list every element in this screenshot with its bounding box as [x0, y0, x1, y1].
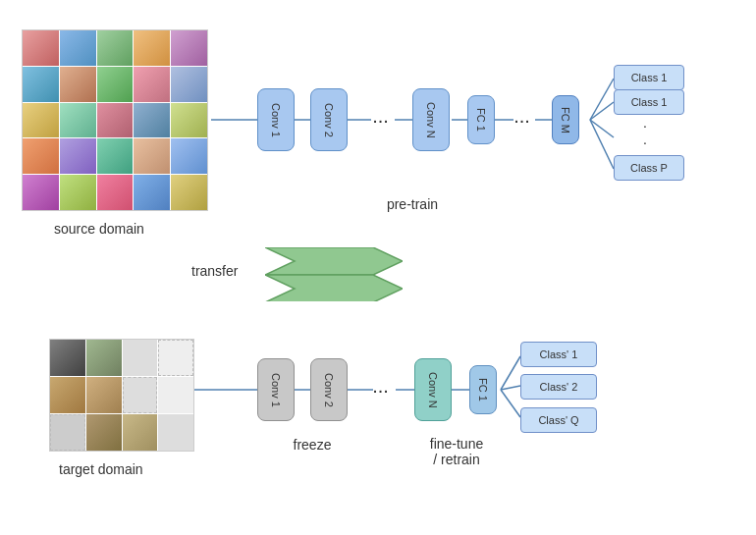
top-dots1: ··· [358, 106, 403, 134]
source-domain-label: source domain [54, 221, 144, 237]
svg-marker-20 [265, 275, 403, 301]
top-conv2-box: Conv 2 [310, 88, 348, 151]
top-class1-box: Class 1 [614, 65, 684, 90]
freeze-label: freeze [273, 437, 351, 453]
pretrain-label: pre-train [353, 196, 471, 212]
finetune-label: fine-tune/ retrain [407, 436, 506, 467]
target-domain-label: target domain [59, 461, 143, 477]
top-dots2: ··· [505, 106, 539, 134]
transfer-chevrons [265, 247, 403, 301]
svg-line-9 [590, 120, 614, 137]
svg-line-10 [590, 120, 614, 169]
svg-line-17 [501, 386, 520, 390]
top-classP-box: Class P [614, 155, 684, 181]
svg-line-7 [590, 79, 614, 120]
bot-conv2-box: Conv 2 [310, 358, 348, 421]
bot-classQ-box: Class' Q [520, 407, 597, 433]
bot-class1-box: Class' 1 [520, 342, 597, 367]
bot-class2-box: Class' 2 [520, 374, 597, 400]
top-class2-box: Class 1 [614, 89, 684, 115]
top-fc1-box: FC 1 [467, 95, 495, 144]
bot-dots1: ··· [358, 376, 403, 403]
top-conv1-box: Conv 1 [257, 88, 295, 151]
bot-conv1-box: Conv 1 [257, 358, 295, 421]
transfer-label: transfer [191, 263, 238, 279]
diagram: source domain Conv 1 Conv 2 ··· Conv N F… [0, 0, 756, 535]
target-domain-grid [49, 339, 194, 452]
source-domain-grid [22, 29, 208, 211]
svg-line-18 [501, 390, 520, 417]
top-convN-box: Conv N [412, 88, 450, 151]
bot-fc1-box: FC 1 [469, 365, 497, 414]
svg-marker-19 [265, 247, 403, 275]
bot-convN-box: Conv N [414, 358, 452, 421]
top-fcM-box: FC M [552, 95, 579, 144]
svg-line-8 [590, 102, 614, 120]
svg-line-16 [501, 356, 520, 390]
